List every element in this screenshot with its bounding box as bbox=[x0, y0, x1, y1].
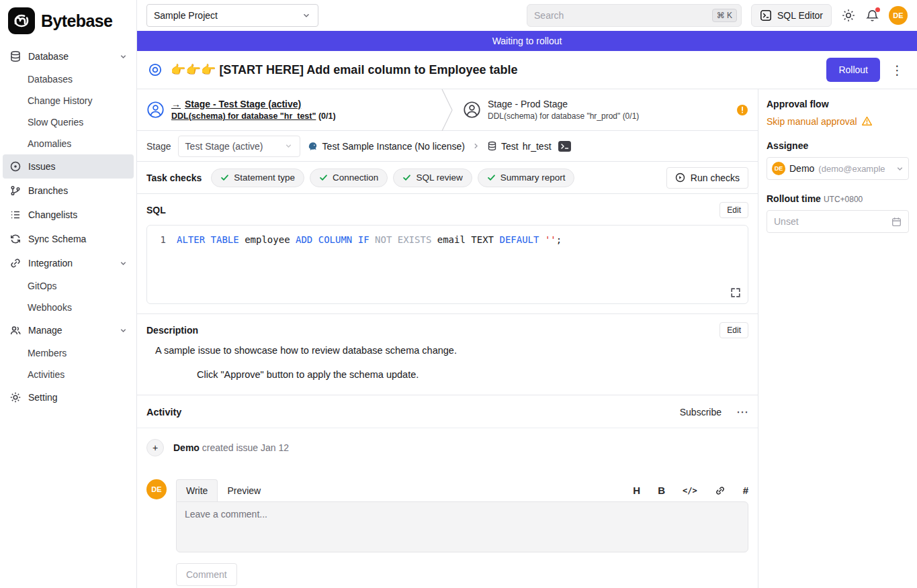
run-checks-icon bbox=[675, 173, 685, 183]
sql-editor-label: SQL Editor bbox=[777, 10, 823, 21]
search-input[interactable] bbox=[534, 10, 707, 21]
stage-title: Stage - Prod Stage bbox=[488, 98, 639, 111]
sidebar-item-sync-schema[interactable]: Sync Schema bbox=[0, 227, 136, 251]
stage-card-prod[interactable]: Stage - Prod Stage DDL(schema) for datab… bbox=[453, 89, 758, 130]
sidebar-item-label: Anomalies bbox=[28, 138, 71, 149]
check-pill-label: SQL review bbox=[416, 173, 462, 183]
sidebar-item-database[interactable]: Database bbox=[0, 44, 136, 68]
calendar-icon bbox=[891, 217, 902, 227]
sidebar-item-label: Webhooks bbox=[28, 302, 72, 313]
check-pill-summary-report[interactable]: Summary report bbox=[478, 168, 575, 187]
description-text: A sample issue to showcase how to review… bbox=[155, 345, 748, 356]
avatar-initials: DE bbox=[893, 11, 903, 19]
sidebar-item-gitops[interactable]: GitOps bbox=[0, 275, 136, 297]
database-icon bbox=[487, 141, 497, 151]
expand-fullscreen-icon[interactable] bbox=[730, 287, 741, 298]
chevron-down-icon bbox=[120, 260, 127, 267]
stage-subtitle: DDL(schema) for database "hr_test" (0/1) bbox=[171, 111, 336, 122]
sql-editor-button[interactable]: SQL Editor bbox=[751, 4, 832, 27]
hash-icon[interactable]: # bbox=[743, 485, 748, 496]
project-select[interactable]: Sample Project bbox=[146, 4, 318, 27]
sql-section: SQL Edit 1ALTER TABLE employee ADD COLUM… bbox=[137, 194, 758, 304]
assignee-select[interactable]: DE Demo (demo@example bbox=[767, 157, 909, 180]
code-icon[interactable]: </> bbox=[683, 486, 697, 495]
assignee-label: Assignee bbox=[767, 140, 909, 151]
check-pill-label: Summary report bbox=[500, 173, 566, 183]
integration-icon bbox=[9, 257, 21, 269]
app-root: Bytebase Database Databases Change Histo… bbox=[0, 0, 917, 588]
subscribe-button[interactable]: Subscribe bbox=[680, 407, 722, 418]
heading-icon[interactable]: H bbox=[633, 485, 640, 496]
sidebar-item-branches[interactable]: Branches bbox=[0, 179, 136, 203]
sidebar-item-label: Integration bbox=[28, 258, 73, 268]
terminal-icon bbox=[760, 9, 772, 21]
sidebar-item-members[interactable]: Members bbox=[0, 342, 136, 364]
comment-avatar: DE bbox=[146, 479, 167, 588]
link-icon[interactable] bbox=[715, 485, 726, 496]
search-shortcut-kbd: ⌘ K bbox=[712, 9, 737, 22]
sidebar-item-label: Changelists bbox=[28, 209, 77, 220]
sidebar-item-manage[interactable]: Manage bbox=[0, 318, 136, 342]
sidebar-item-label: GitOps bbox=[28, 281, 57, 291]
stage-select[interactable]: Test Stage (active) bbox=[178, 136, 300, 157]
sync-icon bbox=[9, 233, 21, 245]
issue-main-column: →Stage - Test Stage (active) DDL(schema)… bbox=[137, 89, 758, 588]
sidebar-item-label: Databases bbox=[28, 74, 73, 85]
check-pill-sql-review[interactable]: SQL review bbox=[393, 168, 472, 187]
chevron-down-icon bbox=[302, 11, 311, 20]
check-pill-statement-type[interactable]: Statement type bbox=[211, 168, 304, 187]
editor-tabs: Write Preview H B </> # bbox=[176, 479, 748, 501]
sidebar-item-anomalies[interactable]: Anomalies bbox=[0, 133, 136, 154]
chevron-down-icon bbox=[896, 164, 904, 173]
sidebar-item-webhooks[interactable]: Webhooks bbox=[0, 297, 136, 318]
activity-event-row: + Demo created issue Jan 12 bbox=[137, 428, 758, 463]
search-box: ⌘ K bbox=[527, 4, 742, 27]
sidebar-item-activities[interactable]: Activities bbox=[0, 364, 136, 385]
sidebar-item-change-history[interactable]: Change History bbox=[0, 90, 136, 111]
check-pill-connection[interactable]: Connection bbox=[310, 168, 388, 187]
sidebar-item-changelists[interactable]: Changelists bbox=[0, 203, 136, 227]
stage-card-test[interactable]: →Stage - Test Stage (active) DDL(schema)… bbox=[137, 89, 441, 130]
brand-logo[interactable]: Bytebase bbox=[0, 0, 136, 42]
sidebar-item-label: Manage bbox=[28, 325, 62, 336]
notifications-button[interactable] bbox=[865, 9, 879, 23]
description-title: Description bbox=[146, 325, 198, 336]
instance-name: Test Sample Instance (No license) bbox=[322, 141, 465, 152]
issue-title: 👉👉👉 [START HERE] Add email column to Emp… bbox=[171, 62, 818, 77]
sidebar-item-setting[interactable]: Setting bbox=[0, 385, 136, 409]
bold-icon[interactable]: B bbox=[658, 485, 665, 496]
sidebar-item-databases[interactable]: Databases bbox=[0, 68, 136, 90]
more-actions-icon[interactable]: ⋮ bbox=[888, 62, 906, 78]
description-edit-button[interactable]: Edit bbox=[719, 322, 748, 338]
instance-breadcrumb[interactable]: Test Sample Instance (No license) bbox=[307, 140, 465, 152]
database-breadcrumb[interactable]: Test hr_test bbox=[487, 141, 552, 152]
sidebar-item-issues[interactable]: Issues bbox=[3, 154, 134, 179]
rollout-button[interactable]: Rollout bbox=[826, 58, 880, 82]
activity-section: Activity Subscribe ⋯ + Demo created issu… bbox=[137, 395, 758, 588]
activity-more-icon[interactable]: ⋯ bbox=[736, 405, 748, 420]
check-pass-icon bbox=[220, 173, 229, 182]
tab-write[interactable]: Write bbox=[176, 479, 218, 501]
run-checks-button[interactable]: Run checks bbox=[666, 167, 748, 189]
sql-edit-button[interactable]: Edit bbox=[719, 202, 748, 218]
comment-input[interactable] bbox=[176, 501, 748, 552]
branch-icon bbox=[9, 185, 21, 197]
sql-code-block[interactable]: 1ALTER TABLE employee ADD COLUMN IF NOT … bbox=[146, 225, 748, 304]
settings-button[interactable] bbox=[841, 8, 856, 23]
sidebar-item-slow-queries[interactable]: Slow Queries bbox=[0, 111, 136, 133]
stage-pipeline: →Stage - Test Stage (active) DDL(schema)… bbox=[137, 89, 758, 131]
open-sql-editor-icon[interactable] bbox=[558, 141, 571, 152]
stage-label: Stage bbox=[146, 141, 171, 152]
sidebar-item-label: Sync Schema bbox=[28, 234, 86, 244]
bytebase-logo-icon bbox=[8, 7, 35, 34]
user-avatar[interactable]: DE bbox=[889, 6, 908, 25]
tab-preview[interactable]: Preview bbox=[218, 480, 270, 501]
users-icon bbox=[9, 324, 21, 336]
check-pill-label: Connection bbox=[333, 173, 378, 183]
issues-icon bbox=[9, 160, 21, 173]
comment-button[interactable]: Comment bbox=[176, 563, 237, 586]
sidebar-item-integration[interactable]: Integration bbox=[0, 251, 136, 275]
rollout-time-picker[interactable]: Unset bbox=[767, 210, 909, 233]
activity-event-user: Demo bbox=[173, 442, 200, 453]
approval-flow-label: Approval flow bbox=[767, 99, 909, 109]
